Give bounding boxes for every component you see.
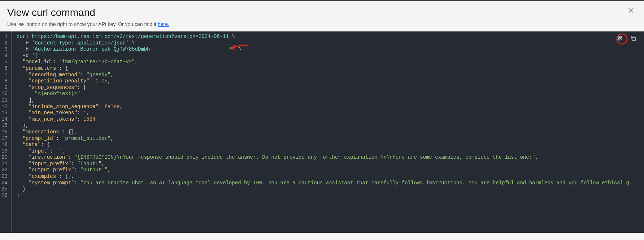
line-number: 8 — [1, 78, 8, 85]
line-number: 1 — [1, 34, 8, 40]
code-line: "stop_sequences": [ — [17, 85, 644, 91]
line-number: 15 — [1, 123, 8, 129]
line-number: 17 — [1, 136, 8, 142]
eye-off-icon — [616, 35, 623, 44]
code-line: -H 'Authorization: Bearer pak-QjTW785dDm… — [17, 46, 644, 53]
code-line: "moderations": {}, — [17, 129, 644, 136]
code-line: "examples": [], — [17, 173, 644, 180]
svg-rect-5 — [632, 37, 635, 40]
line-number: 7 — [1, 72, 8, 78]
line-number: 10 — [1, 91, 8, 97]
code-line: "<|endoftext|>" — [17, 91, 644, 97]
code-line: ], — [17, 97, 644, 104]
subtitle-mid: button on the right to show your API key… — [26, 21, 156, 27]
code-line: -d '{ — [17, 53, 644, 59]
code-block: 1234567891011121314151617181920212223242… — [0, 31, 644, 233]
code-line: "system_prompt": "You are Granite Chat, … — [17, 180, 644, 187]
close-button[interactable] — [627, 7, 635, 16]
svg-point-0 — [21, 24, 22, 25]
code-action-bar — [614, 34, 638, 44]
code-line: "repetition_penalty": 1.05, — [17, 78, 644, 85]
line-number: 12 — [1, 104, 8, 110]
copy-button[interactable] — [628, 34, 638, 44]
line-number: 3 — [1, 46, 8, 53]
close-icon — [628, 8, 634, 15]
code-line: }, — [17, 123, 644, 129]
subtitle-prefix: Use — [7, 21, 16, 27]
code-line: "output_prefix": "Output:", — [17, 167, 644, 173]
line-number: 2 — [1, 40, 8, 47]
line-number: 23 — [1, 173, 8, 180]
line-number: 18 — [1, 142, 8, 148]
line-number: 25 — [1, 186, 8, 193]
line-number: 5 — [1, 59, 8, 65]
line-number: 21 — [1, 161, 8, 167]
code-line: -H 'Content-Type: application/json' \ — [17, 40, 644, 47]
line-number: 6 — [1, 65, 8, 72]
modal-header: View curl command Use button on the righ… — [0, 1, 644, 31]
here-link[interactable]: here. — [158, 21, 169, 27]
code-line: "decoding_method": "greedy", — [17, 72, 644, 78]
line-number: 24 — [1, 180, 8, 187]
code-line: "instruction": "{INSTRUCTION}\nYour resp… — [17, 154, 644, 161]
modal-subtitle: Use button on the right to show your API… — [7, 21, 637, 27]
line-number: 11 — [1, 97, 8, 104]
code-content[interactable]: curl https://bam-api.res.ibm.com/v2/text… — [11, 31, 644, 233]
eye-icon — [18, 21, 24, 27]
code-line: "model_id": "ibm/granite-13b-chat-v2", — [17, 59, 644, 65]
line-number: 19 — [1, 148, 8, 155]
modal-title: View curl command — [7, 7, 637, 18]
code-line: "input": "", — [17, 148, 644, 155]
code-line: "parameters": { — [17, 65, 644, 72]
line-number: 9 — [1, 85, 8, 91]
code-line: curl https://bam-api.res.ibm.com/v2/text… — [17, 34, 644, 40]
line-number: 4 — [1, 53, 8, 59]
code-line: "include_stop_sequence": false, — [17, 104, 644, 110]
show-api-key-button[interactable] — [614, 34, 625, 44]
line-number: 20 — [1, 154, 8, 161]
code-line: "data": { — [17, 142, 644, 148]
copy-icon — [630, 35, 636, 44]
code-line: "prompt_id": "prompt_builder", — [17, 136, 644, 142]
line-number: 13 — [1, 110, 8, 116]
line-number: 22 — [1, 167, 8, 173]
code-line: "max_new_tokens": 1024 — [17, 116, 644, 123]
code-line: }' — [17, 193, 644, 199]
line-number: 16 — [1, 129, 8, 136]
line-number-gutter: 1234567891011121314151617181920212223242… — [0, 31, 11, 233]
code-line: "min_new_tokens": 1, — [17, 110, 644, 116]
code-line: "input_prefix": "Input:", — [17, 161, 644, 167]
line-number: 14 — [1, 116, 8, 123]
code-line: } — [17, 186, 644, 193]
line-number: 26 — [1, 193, 8, 199]
